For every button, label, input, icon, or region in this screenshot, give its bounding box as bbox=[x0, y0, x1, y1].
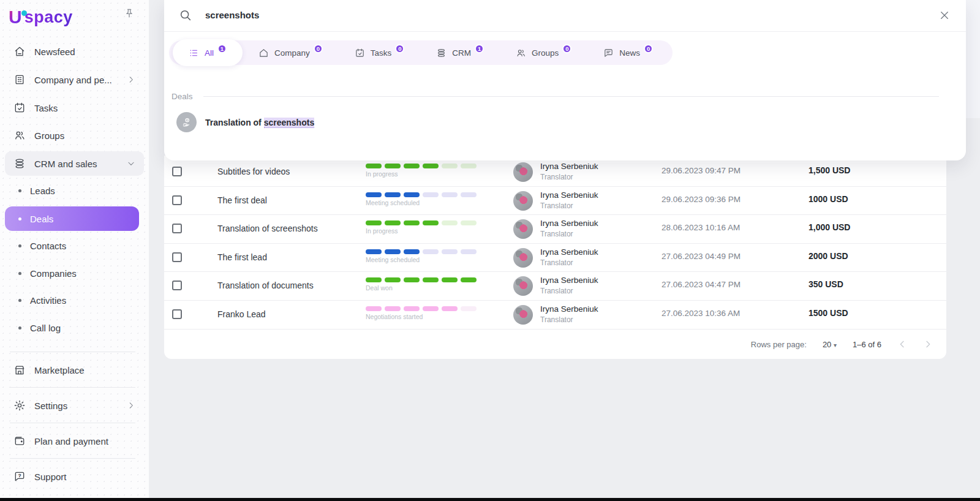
house-icon bbox=[258, 48, 269, 58]
deal-date: 27.06.2023 04:47 PM bbox=[662, 280, 741, 289]
search-result-title: Translation of screenshots bbox=[205, 118, 314, 127]
tab-count-badge: 0 bbox=[314, 44, 323, 53]
stage-segment bbox=[404, 220, 420, 225]
deal-name[interactable]: The first lead bbox=[217, 252, 267, 262]
table-row[interactable]: Subtitles for videos In progress Iryna S… bbox=[164, 158, 946, 187]
stage-segment bbox=[385, 306, 401, 311]
global-search-overlay: screenshots All 1 Company 0 Tasks 0 CRM bbox=[164, 0, 966, 160]
bullet-icon bbox=[18, 326, 21, 330]
stage-segment bbox=[385, 277, 401, 282]
row-checkbox[interactable] bbox=[172, 309, 182, 319]
owner-name: Iryna Serbeniuk bbox=[540, 190, 598, 200]
row-checkbox[interactable] bbox=[172, 252, 182, 262]
sidebar-subitem-leads[interactable]: Leads bbox=[5, 178, 139, 203]
owner-avatar bbox=[513, 219, 533, 239]
tab-news[interactable]: News 0 bbox=[587, 40, 669, 65]
table-row[interactable]: The first deal Meeting scheduled Iryna S… bbox=[164, 187, 946, 216]
stage-segment bbox=[461, 249, 477, 254]
stage-progress-segments bbox=[366, 220, 482, 225]
owner-name: Iryna Serbeniuk bbox=[540, 219, 598, 228]
stage-progress-segments bbox=[366, 249, 482, 254]
bullet-icon bbox=[18, 189, 21, 192]
sidebar-item-groups[interactable]: Groups bbox=[5, 123, 144, 148]
database-icon bbox=[13, 157, 26, 170]
row-checkbox[interactable] bbox=[172, 281, 182, 290]
sidebar-item-company[interactable]: Company and pe... bbox=[5, 67, 144, 92]
divider bbox=[203, 96, 939, 97]
pin-sidebar-icon[interactable] bbox=[123, 7, 135, 22]
tab-company[interactable]: Company 0 bbox=[243, 40, 339, 65]
tab-crm[interactable]: CRM 1 bbox=[420, 40, 500, 65]
stage-label: Negotiations started bbox=[366, 313, 482, 320]
bullet-icon bbox=[18, 217, 21, 220]
deal-amount: 1,000 USD bbox=[809, 222, 850, 232]
sidebar-item-label: Groups bbox=[34, 130, 64, 141]
divider bbox=[10, 458, 135, 459]
owner-avatar bbox=[513, 276, 533, 296]
sidebar-subitem-call-log[interactable]: Call log bbox=[5, 315, 139, 340]
stage-segment bbox=[385, 164, 401, 168]
divider bbox=[10, 423, 135, 423]
deal-date: 29.06.2023 09:36 PM bbox=[662, 195, 741, 204]
tab-label: CRM bbox=[452, 48, 471, 58]
deal-name[interactable]: The first deal bbox=[217, 195, 267, 205]
tab-tasks[interactable]: Tasks 0 bbox=[339, 40, 421, 65]
deals-table-panel: Subtitles for videos In progress Iryna S… bbox=[164, 156, 946, 359]
sidebar-subitem-companies[interactable]: Companies bbox=[5, 261, 139, 285]
chevron-right-icon[interactable] bbox=[923, 339, 933, 349]
row-checkbox[interactable] bbox=[172, 224, 182, 233]
stage-segment bbox=[366, 192, 382, 197]
sidebar-item-plan-payment[interactable]: Plan and payment bbox=[5, 429, 144, 453]
search-result-deal[interactable]: Translation of screenshots bbox=[176, 112, 314, 132]
chevron-left-icon[interactable] bbox=[897, 339, 907, 349]
deal-name[interactable]: Franko Lead bbox=[217, 309, 266, 319]
brand-logo[interactable]: U spacy bbox=[9, 6, 140, 28]
table-row[interactable]: Franko Lead Negotiations started Iryna S… bbox=[164, 301, 946, 330]
stage-segment bbox=[461, 277, 477, 282]
sidebar-subitem-deals[interactable]: Deals bbox=[5, 206, 139, 231]
deal-name[interactable]: Translation of screenshots bbox=[217, 224, 318, 233]
table-row[interactable]: Translation of screenshots In progress I… bbox=[164, 215, 946, 244]
stage-segment bbox=[423, 277, 439, 282]
stage-segment bbox=[404, 277, 420, 282]
search-input[interactable]: screenshots bbox=[205, 10, 259, 20]
sidebar-subitem-label: Activities bbox=[30, 295, 66, 306]
tab-groups[interactable]: Groups 0 bbox=[500, 40, 587, 65]
search-match-highlight: screenshots bbox=[264, 118, 314, 128]
owner-name: Iryna Serbeniuk bbox=[540, 304, 598, 314]
sidebar-item-support[interactable]: ? Support bbox=[5, 464, 144, 489]
stage-segment bbox=[423, 249, 439, 254]
owner-role: Translator bbox=[540, 202, 573, 210]
stage-progress: In progress bbox=[366, 164, 482, 178]
pagination-nav bbox=[897, 339, 933, 349]
row-checkbox[interactable] bbox=[172, 195, 182, 205]
stage-progress-segments bbox=[366, 164, 482, 168]
rows-per-page-select[interactable]: 20 ▾ bbox=[823, 340, 837, 349]
row-checkbox[interactable] bbox=[172, 167, 182, 176]
sidebar-item-newsfeed[interactable]: Newsfeed bbox=[5, 39, 144, 64]
table-row[interactable]: Translation of documents Deal won Iryna … bbox=[164, 272, 946, 301]
divider bbox=[10, 387, 135, 388]
stage-segment bbox=[442, 220, 458, 225]
sidebar-item-label: Newsfeed bbox=[34, 47, 75, 57]
close-icon[interactable] bbox=[939, 10, 950, 21]
sidebar-subitem-activities[interactable]: Activities bbox=[5, 288, 139, 312]
tab-all[interactable]: All 1 bbox=[173, 39, 243, 66]
sidebar: U spacy Newsfeed Company and pe... Tasks… bbox=[0, 0, 149, 501]
search-bar[interactable]: screenshots bbox=[164, 0, 966, 32]
sidebar-subitem-contacts[interactable]: Contacts bbox=[5, 233, 139, 258]
sidebar-item-marketplace[interactable]: Marketplace bbox=[5, 358, 144, 382]
stage-segment bbox=[442, 249, 458, 254]
deal-amount: 2000 USD bbox=[809, 251, 848, 261]
calendar-icon bbox=[355, 48, 365, 58]
sidebar-item-crm[interactable]: CRM and sales bbox=[5, 151, 144, 176]
sidebar-item-tasks[interactable]: Tasks bbox=[5, 96, 144, 120]
stage-segment bbox=[366, 277, 382, 282]
deal-name[interactable]: Translation of documents bbox=[217, 281, 314, 290]
stage-segment bbox=[423, 192, 439, 197]
table-row[interactable]: The first lead Meeting scheduled Iryna S… bbox=[164, 244, 946, 273]
tab-count-badge: 0 bbox=[562, 44, 571, 53]
deal-name[interactable]: Subtitles for videos bbox=[217, 167, 290, 176]
sidebar-item-settings[interactable]: Settings bbox=[5, 393, 144, 418]
stage-segment bbox=[461, 306, 477, 311]
